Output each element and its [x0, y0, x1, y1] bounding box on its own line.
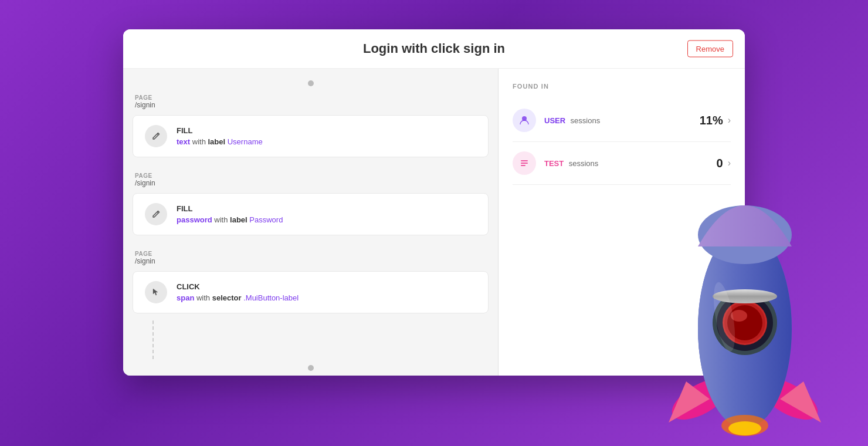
keyword-value-1: Username: [228, 137, 263, 146]
fill-icon-2: [145, 203, 167, 225]
with-label-1: with: [192, 137, 208, 146]
keyword-type-1: text: [177, 137, 190, 146]
page-label-2: PAGE /signin: [123, 164, 498, 191]
card-header: Login with click sign in Remove: [123, 29, 745, 69]
step-content-2: FILL password with label Password: [177, 204, 283, 224]
page-path-1: /signin: [135, 101, 486, 109]
svg-point-6: [754, 370, 824, 428]
step-detail-3: span with selector .MuiButton-label: [177, 293, 299, 302]
left-panel: PAGE /signin FILL text: [123, 69, 499, 376]
with-label-2: with: [214, 215, 230, 224]
step-group-3: PAGE /signin CLICK span with: [123, 242, 498, 320]
step-detail-1: text with label Username: [177, 137, 263, 146]
remove-button[interactable]: Remove: [687, 40, 733, 58]
step-content-1: FILL text with label Username: [177, 126, 263, 146]
user-session-tag: USER: [544, 116, 565, 125]
user-session-item[interactable]: USER sessions 11% ›: [513, 99, 731, 142]
page-label-text-1: PAGE: [135, 94, 486, 101]
svg-marker-5: [669, 381, 710, 423]
test-chevron-icon: ›: [728, 158, 731, 168]
svg-rect-1: [521, 160, 528, 161]
svg-rect-2: [521, 163, 528, 164]
card-title: Login with click sign in: [363, 41, 505, 56]
keyword-label-3: selector: [212, 293, 242, 302]
fill-icon-1: [145, 125, 167, 147]
svg-point-4: [666, 370, 736, 428]
user-session-info: USER sessions: [544, 115, 600, 126]
page-label-text-3: PAGE: [135, 251, 486, 257]
svg-point-20: [728, 421, 761, 435]
test-session-tag: TEST: [544, 159, 564, 168]
keyword-label-1: label: [208, 137, 225, 146]
step-detail-2: password with label Password: [177, 215, 283, 224]
step-action-3: CLICK: [177, 282, 299, 291]
user-session-percent: 11%: [700, 114, 723, 127]
step-group-2: PAGE /signin FILL password wi: [123, 164, 498, 242]
page-label-1: PAGE /signin: [123, 86, 498, 113]
test-session-percent: 0: [717, 157, 723, 170]
step-card-1: FILL text with label Username: [133, 115, 489, 157]
test-session-info: TEST sessions: [544, 158, 598, 168]
svg-rect-3: [521, 165, 525, 166]
test-session-item[interactable]: TEST sessions 0 ›: [513, 142, 731, 185]
step-action-2: FILL: [177, 204, 283, 213]
test-session-stat: 0 ›: [717, 157, 731, 170]
page-label-text-2: PAGE: [135, 173, 486, 179]
main-card: Login with click sign in Remove PAGE /si…: [123, 29, 745, 376]
page-label-3: PAGE /signin: [123, 242, 498, 269]
step-card-2: FILL password with label Password: [133, 193, 489, 235]
user-session-type: sessions: [571, 116, 601, 125]
test-session-type: sessions: [569, 159, 599, 168]
page-path-3: /signin: [135, 257, 486, 265]
step-card-3: CLICK span with selector .MuiButton-labe…: [133, 271, 489, 313]
user-session-stat: 11% ›: [700, 114, 731, 127]
found-in-label: FOUND IN: [513, 83, 731, 90]
user-session-icon: [513, 109, 536, 132]
with-label-3: with: [196, 293, 212, 302]
keyword-label-2: label: [230, 215, 247, 224]
keyword-value-3: .MuiButton-label: [243, 293, 299, 302]
user-chevron-icon: ›: [728, 115, 731, 126]
card-body: PAGE /signin FILL text: [123, 69, 745, 376]
svg-point-19: [721, 415, 768, 436]
page-path-2: /signin: [135, 179, 486, 187]
step-group-1: PAGE /signin FILL text: [123, 86, 498, 164]
right-panel: FOUND IN USER sessions 11% ›: [499, 69, 745, 376]
step-content-3: CLICK span with selector .MuiButton-labe…: [177, 282, 299, 302]
test-session-icon: [513, 151, 536, 175]
keyword-type-2: password: [177, 215, 212, 224]
keyword-value-2: Password: [249, 215, 283, 224]
click-icon: [145, 281, 167, 303]
step-action-1: FILL: [177, 126, 263, 135]
keyword-type-3: span: [177, 293, 194, 302]
svg-marker-7: [780, 381, 821, 423]
